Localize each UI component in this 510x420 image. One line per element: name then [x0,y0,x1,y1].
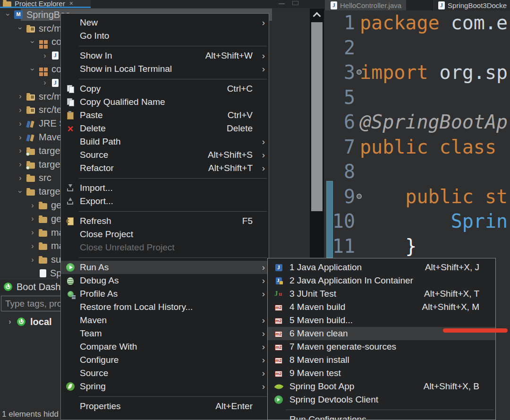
context-menu-item-delete[interactable]: DeleteDelete [61,122,269,135]
tree-chevron-icon[interactable]: › [26,215,39,223]
run-as-item-2-java-application-in-container[interactable]: 2 Java Application In Container [268,274,495,287]
context-menu-item-copy[interactable]: CopyCtrl+C [61,82,269,95]
minimize-icon[interactable] [279,3,285,4]
context-menu-item-refresh[interactable]: RefreshF5 [61,214,269,228]
run-as-item-3-junit-test[interactable]: 3 JUnit TestAlt+Shift+X, T [268,287,495,300]
editor-tabbar: HelloController.javaSpringBoot3Docke [324,0,510,10]
menu-item-label: Source [80,150,208,160]
context-menu-item-source[interactable]: Source› [61,367,269,380]
context-menu-item-refactor[interactable]: RefactorAlt+Shift+T› [61,162,269,175]
run-as-item-run-configurations[interactable]: Run Configurations... [268,413,495,420]
menu-item-shortcut: Alt+Shift+X, M [422,302,479,312]
menu-item-label: 1 Java Application [289,262,425,273]
tree-chevron-icon[interactable]: › [14,93,26,100]
devtools-icon [274,395,283,404]
refresh-icon [66,217,75,225]
fold-marker-icon[interactable] [357,194,362,199]
tree-chevron-icon[interactable]: › [14,25,26,32]
context-menu-item-new[interactable]: New› [61,16,269,29]
run-as-item-7-maven-generate-sources[interactable]: 7 Maven generate-sources [268,340,495,353]
context-menu-item-import[interactable]: Import... [61,181,269,195]
context-menu-item-maven[interactable]: Maven› [61,314,269,327]
menu-item-shortcut: F5 [242,216,253,226]
tree-chevron-icon[interactable]: › [14,120,26,128]
submenu-arrow-icon: › [258,17,265,28]
maximize-icon[interactable] [292,1,298,5]
context-menu-item-build-path[interactable]: Build Path› [61,135,269,148]
context-menu-item-configure[interactable]: Configure› [61,353,269,367]
context-menu-item-go-into[interactable]: Go Into [61,29,269,43]
context-menu-item-spring[interactable]: Spring› [61,380,269,393]
menu-icon-slot [61,263,80,272]
line-number: 11 [324,234,360,259]
tree-chevron-icon[interactable]: › [14,147,26,154]
submenu-arrow-icon: › [258,51,265,61]
code-line: 6@SpringBootAp [324,110,510,135]
context-menu-item-source[interactable]: SourceAlt+Shift+S› [61,148,269,162]
tree-chevron-icon[interactable]: › [14,134,26,141]
context-menu-item-team[interactable]: Team› [61,327,269,340]
tree-chevron-icon[interactable]: › [14,161,26,168]
run-as-item-spring-devtools-client[interactable]: Spring Devtools Client [268,393,495,406]
context-menu-item-show-in-local-terminal[interactable]: Show in Local Terminal› [61,62,269,76]
run-as-item-1-java-application[interactable]: 1 Java ApplicationAlt+Shift+X, J [268,261,495,274]
context-menu-item-profile-as[interactable]: Profile As› [61,287,269,300]
context-menu-item-show-in[interactable]: Show InAlt+Shift+W› [61,49,269,62]
tree-chevron-icon[interactable]: › [26,242,39,250]
tree-chevron-icon[interactable]: › [14,106,26,114]
run-as-item-8-maven-install[interactable]: 8 Maven install [268,353,495,367]
tree-chevron-icon[interactable]: › [26,256,39,264]
tree-chevron-icon[interactable]: › [26,38,39,46]
line-number: 3 [324,60,360,85]
context-menu-item-run-as[interactable]: Run As› [61,261,269,274]
menu-item-shortcut: Delete [227,123,253,134]
close-icon[interactable]: × [69,0,73,7]
editor-tab-hellocontroller-java[interactable]: HelloController.java [325,0,406,10]
tree-chevron-icon[interactable]: › [39,79,51,86]
context-menu: New›Go IntoShow InAlt+Shift+W›Show in Lo… [60,13,269,420]
tree-chevron-icon[interactable]: › [39,52,51,60]
scrollbar-thumb[interactable] [311,22,323,211]
menu-icon-slot [268,383,289,391]
run-as-item-4-maven-build[interactable]: 4 Maven buildAlt+Shift+X, M [268,300,495,314]
run-as-item-9-maven-test[interactable]: 9 Maven test [268,367,495,380]
tree-chevron-icon[interactable]: › [2,11,14,18]
context-menu-item-export[interactable]: Export... [61,195,269,208]
menu-item-label: Close Project [80,229,258,240]
tree-chevron-icon[interactable]: › [26,229,39,236]
editor-tab-label: HelloController.java [340,1,401,9]
context-menu-item-debug-as[interactable]: Debug As› [61,274,269,287]
context-menu-item-paste[interactable]: PasteCtrl+V [61,109,269,122]
scroll-up-icon[interactable] [310,9,324,21]
editor-tab-label: SpringBoot3Docke [448,1,507,9]
context-menu-item-compare-with[interactable]: Compare With› [61,340,269,353]
context-menu-item-copy-qualified-name[interactable]: Copy Qualified Name [61,95,269,109]
red-underline-annotation [443,328,508,333]
menu-separator [286,410,493,410]
submenu-arrow-icon: › [258,275,265,286]
menu-item-label: 9 Maven test [289,368,485,378]
run-as-item-5-maven-build[interactable]: 5 Maven build... [268,314,495,327]
context-menu-item-close-project[interactable]: Close Project [61,228,269,241]
explorer-scrollbar[interactable] [310,9,324,257]
menu-item-label: 8 Maven install [289,355,485,365]
editor-tab-springboot3docke[interactable]: SpringBoot3Docke [432,0,510,10]
tree-chevron-icon[interactable]: › [26,202,39,209]
tree-chevron-icon[interactable]: › [14,188,26,196]
java-file-icon [331,1,337,9]
tree-chevron-icon[interactable]: › [26,66,39,73]
menu-separator [79,257,267,258]
menu-item-label: Refactor [80,163,208,173]
tree-chevron-icon[interactable]: › [14,174,26,182]
submenu-arrow-icon: › [258,163,265,173]
boot-power-icon [4,283,12,291]
tab-project-explorer[interactable]: Project Explorer × [0,0,91,8]
context-menu-item-restore-from-local-history[interactable]: Restore from Local History... [61,300,269,314]
run-as-item-spring-boot-app[interactable]: Spring Boot AppAlt+Shift+X, B [268,380,495,393]
context-menu-item-properties[interactable]: PropertiesAlt+Enter [61,400,269,413]
menu-item-shortcut: Ctrl+C [227,84,253,94]
tree-chevron-icon[interactable]: › [0,318,17,326]
line-number: 5 [324,85,360,110]
menu-icon-slot [61,98,80,106]
code-area[interactable]: 1package com.e23import org.sp56@SpringBo… [324,10,510,258]
